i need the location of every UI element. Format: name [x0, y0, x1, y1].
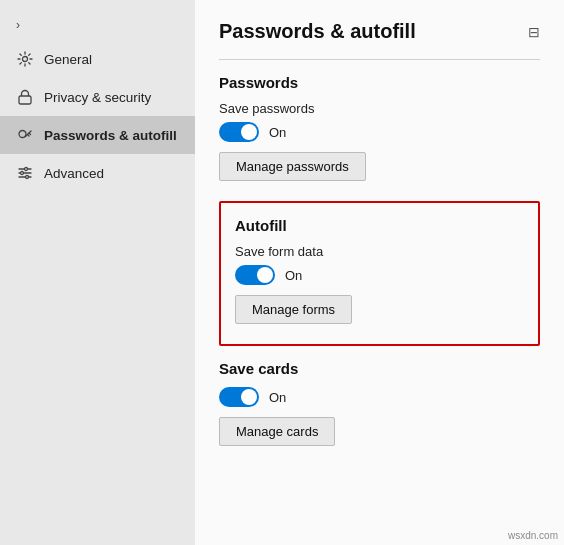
- sidebar-item-passwords[interactable]: Passwords & autofill: [0, 116, 195, 154]
- save-cards-label: Save cards: [219, 360, 540, 377]
- cards-section: Save cards On Manage cards: [219, 360, 540, 462]
- sidebar-item-privacy[interactable]: Privacy & security: [0, 78, 195, 116]
- save-cards-state: On: [269, 390, 286, 405]
- divider: [219, 59, 540, 60]
- autofill-section: Autofill Save form data On Manage forms: [219, 201, 540, 346]
- manage-forms-button[interactable]: Manage forms: [235, 295, 352, 324]
- page-title: Passwords & autofill: [219, 20, 416, 43]
- sidebar-item-label: Advanced: [44, 166, 104, 181]
- sliders-icon: [16, 164, 34, 182]
- passwords-heading: Passwords: [219, 74, 540, 91]
- pin-icon[interactable]: ⊟: [528, 24, 540, 40]
- page-header: Passwords & autofill ⊟: [219, 20, 540, 43]
- save-passwords-toggle[interactable]: [219, 122, 259, 142]
- save-form-label: Save form data: [235, 244, 524, 259]
- save-form-toggle-row: On: [235, 265, 524, 285]
- save-form-state: On: [285, 268, 302, 283]
- svg-point-7: [21, 172, 24, 175]
- save-cards-toggle-row: On: [219, 387, 540, 407]
- save-cards-toggle[interactable]: [219, 387, 259, 407]
- autofill-heading: Autofill: [235, 217, 524, 234]
- sidebar-item-label: General: [44, 52, 92, 67]
- back-button[interactable]: ›: [0, 10, 195, 40]
- manage-passwords-button[interactable]: Manage passwords: [219, 152, 366, 181]
- manage-cards-button[interactable]: Manage cards: [219, 417, 335, 446]
- save-passwords-toggle-row: On: [219, 122, 540, 142]
- svg-point-0: [23, 57, 28, 62]
- lock-icon: [16, 88, 34, 106]
- sidebar-item-label: Passwords & autofill: [44, 128, 177, 143]
- passwords-section: Passwords Save passwords On Manage passw…: [219, 74, 540, 197]
- save-form-toggle[interactable]: [235, 265, 275, 285]
- svg-point-8: [26, 176, 29, 179]
- watermark: wsxdn.com: [508, 530, 558, 541]
- sidebar: › General Privacy & security: [0, 0, 195, 545]
- svg-rect-1: [19, 96, 31, 104]
- gear-icon: [16, 50, 34, 68]
- sidebar-item-advanced[interactable]: Advanced: [0, 154, 195, 192]
- save-passwords-label: Save passwords: [219, 101, 540, 116]
- sidebar-item-label: Privacy & security: [44, 90, 151, 105]
- sidebar-item-general[interactable]: General: [0, 40, 195, 78]
- svg-point-6: [25, 168, 28, 171]
- main-content: Passwords & autofill ⊟ Passwords Save pa…: [195, 0, 564, 545]
- key-icon: [16, 126, 34, 144]
- back-chevron-icon: ›: [16, 18, 20, 32]
- save-passwords-state: On: [269, 125, 286, 140]
